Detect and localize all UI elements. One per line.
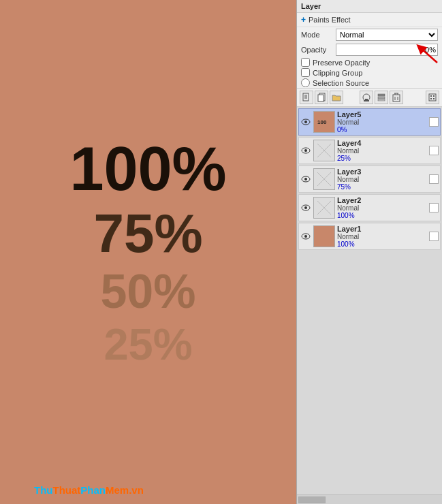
selection-source-radio[interactable] (301, 78, 310, 87)
preserve-opacity-label: Preserve Opacity (313, 59, 370, 67)
layer-panel: Layer + Paints Effect Mode Normal Opacit… (296, 0, 442, 504)
clipping-group-row[interactable]: Clipping Group (297, 67, 442, 78)
preserve-opacity-checkbox[interactable] (301, 58, 310, 67)
eye-icon-5[interactable] (300, 116, 311, 127)
layer-name-4: Layer4 (337, 139, 427, 147)
svg-point-45 (304, 235, 307, 238)
layer-name-2: Layer2 (337, 196, 427, 204)
layer-info-5: Layer5 Normal 0% (337, 110, 427, 133)
mode-select[interactable]: Normal (336, 29, 438, 41)
clipping-group-checkbox[interactable] (301, 68, 310, 77)
layer-opacity-5: 0% (337, 126, 427, 133)
layer-lock-4[interactable] (429, 146, 439, 155)
svg-rect-23 (430, 98, 432, 99)
layer-item-5[interactable]: 100 Layer5 Normal 0% (298, 108, 441, 136)
svg-rect-13 (378, 99, 385, 101)
svg-rect-21 (430, 95, 432, 97)
watermark-thuat: Thuat (53, 484, 81, 496)
svg-point-35 (304, 178, 307, 180)
layer-thumb-5: 100 (313, 111, 335, 133)
svg-rect-12 (378, 97, 385, 99)
svg-rect-14 (393, 95, 400, 101)
watermark-mem: Mem (106, 484, 129, 496)
panel-menu-button[interactable] (426, 91, 439, 104)
svg-point-30 (304, 149, 307, 152)
layer-name-3: Layer3 (337, 168, 427, 176)
layer-name-1: Layer1 (337, 225, 427, 233)
layers-list: 100 Layer5 Normal 0% (297, 107, 442, 494)
stamp-button[interactable] (360, 91, 373, 104)
layer-thumb-2 (313, 197, 335, 219)
watermark-dot-vn: .vn (129, 484, 144, 496)
plus-icon: + (301, 15, 306, 25)
layer-lock-3[interactable] (429, 174, 439, 184)
svg-rect-22 (433, 95, 435, 97)
mode-row: Mode Normal (297, 27, 442, 42)
svg-rect-11 (378, 94, 385, 96)
eye-icon-4[interactable] (300, 145, 311, 156)
layer-thumb-4 (313, 140, 335, 161)
mode-label: Mode (301, 31, 332, 39)
layer-item-3[interactable]: Layer3 Normal 75% (298, 166, 441, 193)
layer-opacity-4: 25% (337, 155, 427, 162)
delete-layer-button[interactable] (390, 91, 403, 104)
eye-icon-2[interactable] (300, 202, 311, 213)
svg-rect-10 (364, 100, 369, 101)
layer-opacity-2: 100% (337, 212, 427, 219)
clipping-group-label: Clipping Group (313, 69, 362, 77)
layer-mode-5: Normal (337, 119, 427, 126)
text-25: 25% (104, 322, 192, 366)
folder-button[interactable] (330, 91, 343, 104)
layer-mode-4: Normal (337, 147, 427, 155)
watermark-phan: Phan (80, 484, 106, 496)
panel-title: Layer (297, 0, 442, 13)
eye-icon-1[interactable] (300, 231, 311, 242)
layer-info-2: Layer2 Normal 100% (337, 196, 427, 219)
eye-icon-3[interactable] (300, 174, 311, 185)
layer-info-1: Layer1 Normal 100% (337, 225, 427, 248)
svg-point-40 (304, 206, 307, 209)
layer-toolbar (297, 88, 442, 107)
horizontal-scrollbar[interactable] (297, 494, 442, 504)
layer-mode-3: Normal (337, 176, 427, 183)
svg-rect-46 (314, 226, 334, 247)
layer-item-1[interactable]: Layer1 Normal 100% (298, 223, 441, 250)
layer-thumb-1 (313, 225, 335, 247)
layer-thumb-3 (313, 168, 335, 190)
layer-name-5: Layer5 (337, 110, 427, 119)
svg-rect-24 (433, 98, 435, 99)
layer-info-4: Layer4 Normal 25% (337, 139, 427, 162)
arrow-annotation (407, 42, 441, 66)
layer-opacity-1: 100% (337, 240, 427, 248)
svg-rect-7 (318, 95, 323, 101)
layer-item-4[interactable]: Layer4 Normal 25% (298, 137, 441, 164)
selection-source-label: Selection Source (313, 79, 369, 87)
selection-source-row[interactable]: Selection Source (297, 78, 442, 88)
layer-lock-5[interactable] (429, 117, 439, 127)
spacer1 (345, 91, 358, 104)
layer-opacity-3: 75% (337, 183, 427, 191)
svg-line-1 (420, 48, 437, 63)
svg-point-26 (304, 121, 307, 123)
svg-text:100: 100 (317, 119, 327, 125)
layer-lock-2[interactable] (429, 203, 439, 212)
merge-button[interactable] (375, 91, 388, 104)
canvas-area: 100% 75% 50% 25% (0, 0, 296, 504)
paints-effect-label: Paints Effect (309, 16, 351, 24)
opacity-label: Opacity (301, 46, 332, 54)
layer-info-3: Layer3 Normal 75% (337, 168, 427, 191)
watermark: ThuThuatPhanMem.vn (34, 484, 144, 496)
text-100: 100% (69, 138, 226, 200)
layer-item-2[interactable]: Layer2 Normal 100% (298, 194, 441, 221)
text-75: 75% (93, 206, 202, 261)
layer-lock-1[interactable] (429, 232, 439, 241)
copy-layer-button[interactable] (315, 91, 328, 104)
scroll-thumb[interactable] (298, 497, 326, 503)
svg-rect-20 (429, 94, 436, 101)
layer-mode-2: Normal (337, 204, 427, 212)
new-layer-button[interactable] (300, 91, 313, 104)
text-50: 50% (100, 268, 195, 315)
layer-mode-1: Normal (337, 233, 427, 240)
paints-effect-row[interactable]: + Paints Effect (297, 13, 442, 27)
watermark-thu: Thu (34, 484, 53, 496)
